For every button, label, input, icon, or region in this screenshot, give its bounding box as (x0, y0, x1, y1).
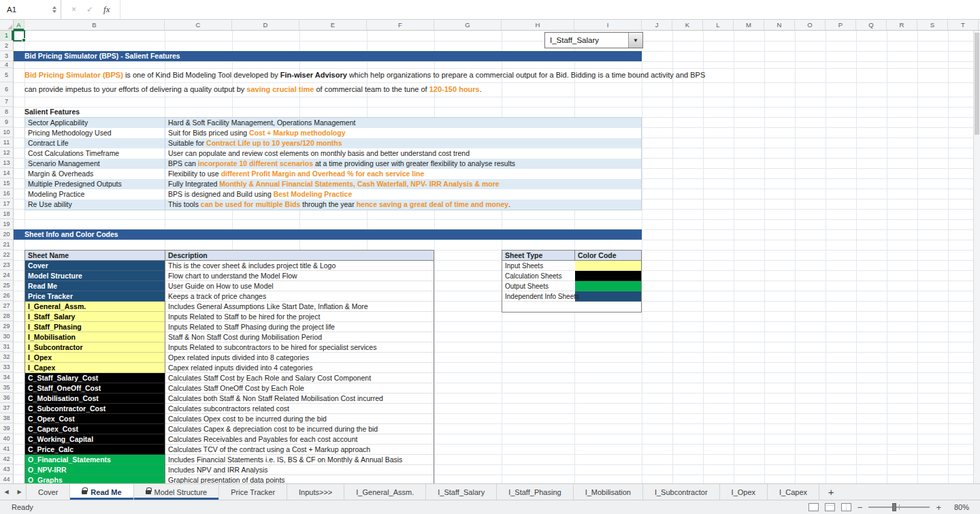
sheet-description-cell[interactable]: Calculates both Staff & Non Staff Relate… (165, 393, 434, 404)
feature-description-cell[interactable]: Suitable for Contract Life up to 10 year… (165, 138, 641, 148)
sheet-tab[interactable]: Cover (26, 484, 70, 500)
sheet-tab[interactable]: Read Me (70, 484, 133, 500)
zoom-in-button[interactable]: + (936, 502, 941, 513)
sheet-selector-dropdown[interactable]: I_Staff_Salary ▼ (544, 32, 643, 48)
sheet-tab[interactable]: Inputs>>> (287, 484, 344, 500)
feature-name-cell[interactable]: Margin & Overheads (25, 169, 165, 179)
column-header-F[interactable]: F (367, 20, 434, 30)
column-header-E[interactable]: E (299, 20, 367, 30)
feature-description-cell[interactable]: This tools can be used for multiple Bids… (165, 199, 641, 210)
row-header-16[interactable]: 16 (0, 189, 13, 199)
selected-cell-a1[interactable] (13, 30, 25, 42)
row-header-31[interactable]: 31 (0, 342, 13, 352)
sheet-tab[interactable]: I_Mobilisation (574, 484, 643, 500)
column-header-K[interactable]: K (672, 20, 703, 30)
row-header-7[interactable]: 7 (0, 97, 13, 107)
feature-name-cell[interactable]: Scenario Management (25, 159, 165, 169)
row-header-1[interactable]: 1 (0, 31, 13, 41)
column-header-T[interactable]: T (948, 20, 979, 30)
column-header-A[interactable]: A (14, 20, 24, 30)
feature-name-cell[interactable]: Multiple Predesigned Outputs (25, 179, 165, 189)
column-header-J[interactable]: J (642, 20, 672, 30)
spin-up-icon[interactable] (52, 6, 56, 9)
spin-down-icon[interactable] (52, 10, 56, 13)
sheet-description-cell[interactable]: Opex related inputs divided into 8 categ… (165, 353, 434, 363)
column-headers[interactable]: ABCDEFGHIJKLMNOPQRST (14, 20, 980, 31)
row-header-30[interactable]: 30 (0, 332, 13, 342)
feature-description-cell[interactable]: Suit for Bids priced using Cost + Markup… (165, 128, 641, 138)
feature-description-cell[interactable]: Flexibility to use different Profit Marg… (165, 169, 641, 179)
sheet-name-cell[interactable]: Price Tracker (25, 291, 165, 302)
column-header-L[interactable]: L (703, 20, 734, 30)
vertical-scrollbar-thumb[interactable] (975, 33, 979, 135)
row-header-40[interactable]: 40 (0, 434, 13, 444)
row-header-23[interactable]: 23 (0, 260, 13, 270)
column-header-G[interactable]: G (434, 20, 502, 30)
feature-description-cell[interactable]: BPS is designed and Build using Best Mod… (165, 189, 641, 199)
sheet-name-cell[interactable]: C_Capex_Cost (25, 424, 165, 434)
sheet-description-cell[interactable]: Calculates Staff OneOff Cost by Each Rol… (165, 383, 434, 393)
sheet-description-cell[interactable]: Staff & Non Staff Cost during Mobilisati… (165, 332, 434, 342)
sheet-name-cell[interactable]: C_Staff_Salary_Cost (25, 373, 165, 383)
feature-name-cell[interactable]: Re Use ability (25, 199, 165, 210)
dropdown-arrow-button[interactable]: ▼ (628, 33, 642, 48)
sheet-description-cell[interactable]: Calculates Opex cost to be incurred duri… (165, 414, 434, 424)
sheet-description-cell[interactable]: Inputs Related to subcontractors to be h… (165, 342, 434, 353)
sheet-tab[interactable]: I_Opex (720, 484, 768, 500)
row-header-25[interactable]: 25 (0, 280, 13, 291)
sheet-description-cell[interactable]: Calculates subcontractors related cost (165, 404, 434, 414)
sheet-tab[interactable]: Model Structure (134, 484, 220, 500)
row-header-32[interactable]: 32 (0, 352, 13, 362)
row-header-6[interactable]: 6 (0, 82, 13, 97)
column-header-H[interactable]: H (502, 20, 574, 30)
row-header-9[interactable]: 9 (0, 117, 13, 127)
sheet-name-cell[interactable]: Cover (25, 261, 165, 271)
new-sheet-button[interactable]: + (819, 484, 843, 500)
sheet-description-cell[interactable]: User Guide on How to use Model (165, 281, 434, 291)
row-header-18[interactable]: 18 (0, 209, 13, 219)
row-header-29[interactable]: 29 (0, 321, 13, 332)
row-header-44[interactable]: 44 (0, 475, 13, 483)
page-break-view-icon[interactable] (841, 503, 851, 511)
row-header-5[interactable]: 5 (0, 68, 13, 82)
sheet-name-cell[interactable]: O_NPV-IRR (25, 465, 165, 475)
row-header-3[interactable]: 3 (0, 51, 13, 61)
column-header-M[interactable]: M (734, 20, 764, 30)
name-box[interactable]: A1 (0, 0, 61, 19)
column-header-S[interactable]: S (917, 20, 948, 30)
row-header-28[interactable]: 28 (0, 311, 13, 321)
sheet-tab[interactable]: Price Tracker (219, 484, 287, 500)
row-header-20[interactable]: 20 (0, 229, 13, 240)
row-header-10[interactable]: 10 (0, 127, 13, 138)
sheet-tab[interactable]: I_General_Assm. (344, 484, 426, 500)
row-header-13[interactable]: 13 (0, 158, 13, 168)
column-header-I[interactable]: I (574, 20, 642, 30)
sheet-description-cell[interactable]: Inputs Related to Staff Phasing during t… (165, 322, 434, 332)
normal-view-icon[interactable] (808, 503, 819, 511)
row-header-26[interactable]: 26 (0, 291, 13, 301)
row-header-39[interactable]: 39 (0, 423, 13, 434)
row-header-21[interactable]: 21 (0, 240, 13, 250)
vertical-scrollbar[interactable] (973, 31, 980, 483)
zoom-slider-thumb[interactable] (892, 503, 896, 511)
sheet-name-cell[interactable]: Read Me (25, 281, 165, 291)
feature-name-cell[interactable]: Cost Calculations Timeframe (25, 148, 165, 159)
sheet-description-cell[interactable]: Calculates TCV of the contract using a C… (165, 445, 434, 455)
sheet-tab[interactable]: I_Staff_Phasing (497, 484, 573, 500)
sheet-name-cell[interactable]: C_Price_Calc (25, 445, 165, 455)
feature-description-cell[interactable]: User can populate and review cost elemen… (165, 148, 641, 159)
feature-name-cell[interactable]: Pricing Methodology Used (25, 128, 165, 138)
sheet-description-cell[interactable]: Includes Financial Statements i.e. IS, B… (165, 455, 434, 465)
row-header-27[interactable]: 27 (0, 301, 13, 311)
feature-name-cell[interactable]: Modeling Practice (25, 189, 165, 199)
row-header-17[interactable]: 17 (0, 199, 13, 209)
row-header-35[interactable]: 35 (0, 383, 13, 393)
sheet-name-cell[interactable]: C_Staff_OneOff_Cost (25, 383, 165, 393)
sheet-name-cell[interactable]: C_Mobilisation_Cost (25, 393, 165, 404)
formula-input[interactable] (120, 0, 980, 19)
cancel-icon[interactable]: × (71, 5, 76, 14)
page-layout-view-icon[interactable] (825, 503, 835, 511)
sheet-description-cell[interactable]: This is the cover sheet & includes proje… (165, 261, 434, 271)
zoom-sl ider[interactable] (868, 503, 930, 511)
row-header-19[interactable]: 19 (0, 219, 13, 229)
